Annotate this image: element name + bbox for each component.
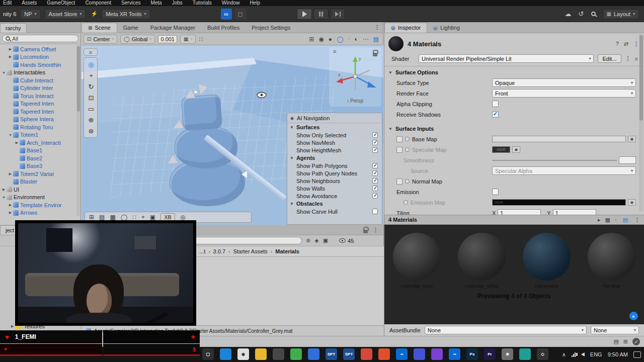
expand-icon[interactable]: ▶ [1,188,7,192]
menu-tutorials[interactable]: Tutorials [193,0,212,6]
tab-project-settings[interactable]: Project Settings [246,23,296,33]
move-tool-button[interactable]: + [85,70,97,81]
app-settings-icon[interactable]: ⊛ [502,348,513,360]
material-preview-controller-white[interactable]: Controller_White [452,233,512,289]
app-blue-tool-icon[interactable] [308,348,319,360]
checkbox[interactable] [372,147,378,153]
hierarchy-item-template-enviror[interactable]: ▶Template Enviror› [0,201,80,209]
checkbox[interactable] [372,170,378,176]
material-preview-interactable[interactable]: Interactable [517,233,577,289]
console-icon[interactable]: ▤ [613,338,618,345]
hierarchy-item-locomotion[interactable]: ▶Locomotion [0,53,80,61]
progress-check-icon[interactable]: ✓ [632,338,640,345]
surface-inputs-foldout[interactable]: ▼ Surface Inputs [384,123,644,134]
plug-icon[interactable]: ⚡ [91,11,98,17]
volume-icon[interactable] [581,352,585,356]
controller-icon[interactable]: ◎ [180,214,185,221]
expand-icon[interactable]: ▶ [14,141,20,145]
hierarchy-item-torus-interact[interactable]: Torus Interact› [0,92,80,100]
account-dropdown[interactable]: NP ▾ [20,9,40,19]
expand-icon[interactable]: ▶ [8,203,13,207]
grid-icon[interactable]: ▦ [605,217,610,223]
tab-hierarchy[interactable]: rarchy [0,23,27,33]
texture-slot[interactable] [396,147,403,153]
hierarchy-item-sphere-intera[interactable]: Sphere Intera› [0,116,80,124]
tab-inspector[interactable]: Inspector [384,23,427,33]
collapse-icon[interactable]: ▼ [8,133,13,137]
grid-snap-value-field[interactable]: 0.001 [158,35,177,43]
custom-tool-button[interactable]: ⊛ [85,125,97,136]
app-meta-2-icon[interactable]: ∞ [449,348,460,360]
presets-icon[interactable]: ⇄ [624,41,628,47]
texture-slot[interactable] [396,136,403,142]
app-file-explorer-icon[interactable] [255,348,267,360]
object-picker-icon[interactable] [404,200,408,205]
clock[interactable]: 9:50 AM [608,351,628,357]
checkbox[interactable] [372,193,378,199]
scale-tool-button[interactable]: ⊡ [85,92,97,103]
tab-scene[interactable]: ▦Scene [82,23,117,33]
collapse-icon[interactable]: ▼ [1,71,7,74]
object-picker-icon[interactable] [405,179,410,184]
audio-toggle-icon[interactable]: ◐ [354,36,358,43]
receive-shadows-checkbox[interactable] [492,111,499,118]
pivot-dropdown[interactable]: ⊡ Center ▾ [84,35,117,44]
history-icon[interactable]: ↺ [579,10,584,18]
checkbox[interactable] [372,178,378,184]
hierarchy-item-interactables[interactable]: ▼Interactables [0,69,80,77]
hierarchy-item-tapered-inten[interactable]: Tapered Inten› [0,100,80,108]
app-premiere-icon[interactable]: Pr [484,348,496,360]
expand-icon[interactable]: ▶ [8,211,13,215]
view-tool-button[interactable]: ◎ [85,59,97,70]
panels-icon[interactable]: ▤ [99,214,105,221]
menu-component[interactable]: Component [85,0,111,6]
hidden-count[interactable]: 45 [339,238,354,244]
palette-icon[interactable]: ◐ [615,217,618,223]
menu-assets[interactable]: Assets [22,0,37,6]
menu-help[interactable]: Help [250,0,260,6]
orientation-gizmo[interactable]: ≡ y x ‹ Persp [329,47,381,107]
tab-package-manager[interactable]: Package Manager [144,23,201,33]
lock-icon[interactable] [373,53,377,56]
app-dark-icon[interactable]: ◇ [537,348,548,360]
menu-gameobject[interactable]: GameObject [47,0,75,6]
texture-slot[interactable] [396,178,403,185]
breadcrumb-3-0-7[interactable]: 3.0.7 [213,248,225,254]
hierarchy-item-totem1[interactable]: ▼Totem1› [0,131,80,139]
breadcrumb-t[interactable]: ...t [199,248,205,254]
transform-tool-button[interactable]: ⊕ [85,114,97,125]
inspector-scrollbar[interactable] [639,34,643,211]
camera-settings-icon[interactable]: ◉ [318,36,324,43]
breadcrumb-starter-assets[interactable]: Starter Assets [233,248,267,254]
lighting-toggle-icon[interactable]: ● [329,36,332,43]
grid-settings-dropdown[interactable]: ▦ ▾ [180,35,196,44]
step-button[interactable] [330,9,345,20]
app-capture-icon[interactable] [519,348,531,360]
menu-jobs[interactable]: Jobs [172,0,183,6]
expand-icon[interactable]: ▶ [8,172,13,176]
hierarchy-item-totem2-variar[interactable]: ▶Totem2 Variar› [0,170,80,178]
color-picker-icon[interactable]: ◉ [512,146,520,153]
app-spt-1-icon[interactable]: SPT [326,348,337,360]
tab-game[interactable]: Game [117,23,144,33]
notification-center-icon[interactable] [633,351,641,358]
expand-icon[interactable]: ▶ [8,55,13,59]
app-meta-1-icon[interactable]: ∞ [396,348,408,360]
menu-services[interactable]: Services [121,0,140,6]
app-editor-icon[interactable] [273,348,284,360]
app-recorder-icon[interactable]: ◉ [237,348,249,360]
color-picker-icon[interactable]: ◉ [628,199,636,206]
tab-build-profiles[interactable]: Build Profiles [201,23,246,33]
more-tools-icon[interactable]: ⋯ [363,36,369,43]
tabbar-menu-icon[interactable]: ⋮ [374,24,380,31]
checkbox[interactable] [372,209,378,214]
render-face-dropdown[interactable]: Front▾ [492,89,636,98]
alpha-clipping-checkbox[interactable] [492,101,499,107]
breadcrumb-materials[interactable]: Materials [275,248,299,254]
cloud-icon[interactable]: ☁ [565,10,572,18]
snap-dots-icon[interactable]: ∷ [132,214,136,221]
app-chat-icon[interactable] [414,348,425,360]
search-by-label-icon[interactable]: ◈ [314,237,318,244]
overlays-dropdown-icon[interactable]: ▤ [373,36,379,43]
app-spt-2-icon[interactable]: SPT [343,348,355,360]
